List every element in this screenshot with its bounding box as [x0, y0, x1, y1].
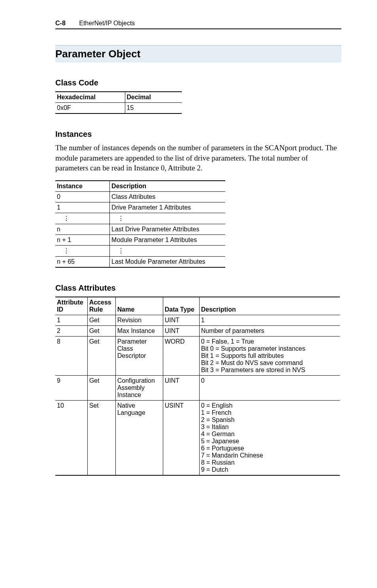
cell-dec: 15 — [125, 103, 182, 114]
col-attr-id: Attribute ID — [55, 297, 87, 315]
page-number: C-8 — [55, 20, 66, 26]
cell-hex: 0x0F — [55, 103, 125, 114]
table-header-row: Hexadecimal Decimal — [55, 92, 182, 103]
table-row: 8 Get Parameter Class Descriptor WORD 0 … — [55, 336, 340, 375]
class-attributes-block: Class Attributes Attribute ID Access Rul… — [55, 284, 341, 476]
table-row: 9 Get Configuration Assembly Instance UI… — [55, 375, 340, 400]
class-attributes-table: Attribute ID Access Rule Name Data Type … — [55, 297, 340, 476]
header-rule — [55, 28, 341, 29]
table-row: n + 1 Module Parameter 1 Attributes — [55, 234, 225, 245]
instances-paragraph: The number of instances depends on the n… — [55, 143, 341, 173]
col-description: Description — [199, 297, 340, 315]
table-row: 10 Set Native Language USINT 0 = English… — [55, 400, 340, 475]
table-row: 2 Get Max Instance UINT Number of parame… — [55, 325, 340, 336]
table-header-row: Attribute ID Access Rule Name Data Type … — [55, 297, 340, 315]
class-attributes-heading: Class Attributes — [55, 284, 341, 293]
col-hex: Hexadecimal — [55, 92, 125, 103]
instances-heading: Instances — [55, 130, 341, 139]
class-code-heading: Class Code — [55, 78, 341, 87]
chapter-title: EtherNet/IP Objects — [79, 20, 135, 26]
col-instance: Instance — [55, 181, 110, 192]
col-dec: Decimal — [125, 92, 182, 103]
table-row: n + 65 Last Module Parameter Attributes — [55, 256, 225, 267]
table-row: 0 Class Attributes — [55, 191, 225, 202]
table-row: ⋮ ⋮ — [55, 213, 225, 224]
col-description: Description — [110, 181, 225, 192]
running-header: C-8 EtherNet/IP Objects — [55, 20, 341, 27]
col-data-type: Data Type — [163, 297, 199, 315]
instances-block: Instances The number of instances depend… — [55, 130, 341, 268]
table-row: 1 Drive Parameter 1 Attributes — [55, 202, 225, 213]
class-code-table: Hexadecimal Decimal 0x0F 15 — [55, 91, 182, 114]
section-title: Parameter Object — [55, 48, 341, 60]
section-title-bar: Parameter Object — [55, 45, 341, 62]
table-row: n Last Drive Parameter Attributes — [55, 224, 225, 234]
table-header-row: Instance Description — [55, 181, 225, 192]
class-code-block: Class Code Hexadecimal Decimal 0x0F 15 — [55, 78, 341, 114]
table-row: ⋮ ⋮ — [55, 245, 225, 256]
table-row: 1 Get Revision UINT 1 — [55, 315, 340, 325]
col-access-rule: Access Rule — [87, 297, 115, 315]
instances-table: Instance Description 0 Class Attributes … — [55, 180, 225, 268]
table-row: 0x0F 15 — [55, 103, 182, 114]
col-name: Name — [115, 297, 163, 315]
